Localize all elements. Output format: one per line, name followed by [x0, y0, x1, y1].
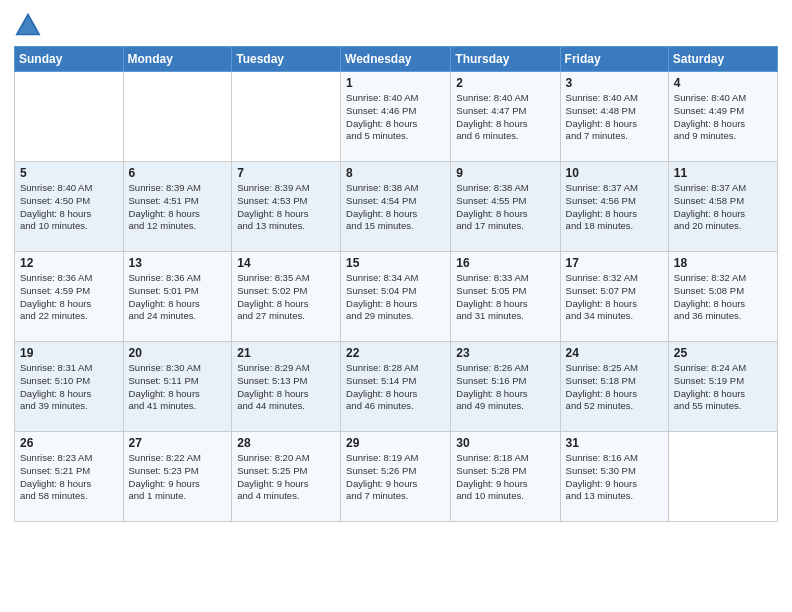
day-cell: 14Sunrise: 8:35 AM Sunset: 5:02 PM Dayli…	[232, 252, 341, 342]
day-info: Sunrise: 8:30 AM Sunset: 5:11 PM Dayligh…	[129, 362, 227, 413]
day-number: 15	[346, 256, 445, 270]
day-info: Sunrise: 8:37 AM Sunset: 4:58 PM Dayligh…	[674, 182, 772, 233]
day-cell: 30Sunrise: 8:18 AM Sunset: 5:28 PM Dayli…	[451, 432, 560, 522]
week-row-3: 12Sunrise: 8:36 AM Sunset: 4:59 PM Dayli…	[15, 252, 778, 342]
day-info: Sunrise: 8:29 AM Sunset: 5:13 PM Dayligh…	[237, 362, 335, 413]
day-cell: 16Sunrise: 8:33 AM Sunset: 5:05 PM Dayli…	[451, 252, 560, 342]
day-info: Sunrise: 8:40 AM Sunset: 4:48 PM Dayligh…	[566, 92, 663, 143]
day-cell: 19Sunrise: 8:31 AM Sunset: 5:10 PM Dayli…	[15, 342, 124, 432]
day-cell: 7Sunrise: 8:39 AM Sunset: 4:53 PM Daylig…	[232, 162, 341, 252]
header-row: SundayMondayTuesdayWednesdayThursdayFrid…	[15, 47, 778, 72]
day-number: 16	[456, 256, 554, 270]
calendar: SundayMondayTuesdayWednesdayThursdayFrid…	[14, 46, 778, 522]
day-info: Sunrise: 8:32 AM Sunset: 5:07 PM Dayligh…	[566, 272, 663, 323]
day-number: 24	[566, 346, 663, 360]
day-cell: 4Sunrise: 8:40 AM Sunset: 4:49 PM Daylig…	[668, 72, 777, 162]
page-container: SundayMondayTuesdayWednesdayThursdayFrid…	[0, 0, 792, 532]
day-cell: 17Sunrise: 8:32 AM Sunset: 5:07 PM Dayli…	[560, 252, 668, 342]
day-info: Sunrise: 8:35 AM Sunset: 5:02 PM Dayligh…	[237, 272, 335, 323]
day-cell: 31Sunrise: 8:16 AM Sunset: 5:30 PM Dayli…	[560, 432, 668, 522]
day-number: 6	[129, 166, 227, 180]
day-number: 28	[237, 436, 335, 450]
day-number: 10	[566, 166, 663, 180]
day-number: 22	[346, 346, 445, 360]
day-info: Sunrise: 8:19 AM Sunset: 5:26 PM Dayligh…	[346, 452, 445, 503]
day-number: 31	[566, 436, 663, 450]
week-row-2: 5Sunrise: 8:40 AM Sunset: 4:50 PM Daylig…	[15, 162, 778, 252]
day-number: 29	[346, 436, 445, 450]
day-cell	[232, 72, 341, 162]
day-cell: 15Sunrise: 8:34 AM Sunset: 5:04 PM Dayli…	[341, 252, 451, 342]
day-cell: 12Sunrise: 8:36 AM Sunset: 4:59 PM Dayli…	[15, 252, 124, 342]
day-number: 23	[456, 346, 554, 360]
day-info: Sunrise: 8:39 AM Sunset: 4:53 PM Dayligh…	[237, 182, 335, 233]
day-info: Sunrise: 8:36 AM Sunset: 5:01 PM Dayligh…	[129, 272, 227, 323]
day-cell: 9Sunrise: 8:38 AM Sunset: 4:55 PM Daylig…	[451, 162, 560, 252]
logo	[14, 10, 46, 38]
day-info: Sunrise: 8:18 AM Sunset: 5:28 PM Dayligh…	[456, 452, 554, 503]
day-number: 27	[129, 436, 227, 450]
day-cell: 21Sunrise: 8:29 AM Sunset: 5:13 PM Dayli…	[232, 342, 341, 432]
week-row-4: 19Sunrise: 8:31 AM Sunset: 5:10 PM Dayli…	[15, 342, 778, 432]
day-number: 30	[456, 436, 554, 450]
day-cell: 11Sunrise: 8:37 AM Sunset: 4:58 PM Dayli…	[668, 162, 777, 252]
day-cell: 13Sunrise: 8:36 AM Sunset: 5:01 PM Dayli…	[123, 252, 232, 342]
day-info: Sunrise: 8:39 AM Sunset: 4:51 PM Dayligh…	[129, 182, 227, 233]
day-info: Sunrise: 8:36 AM Sunset: 4:59 PM Dayligh…	[20, 272, 118, 323]
day-number: 5	[20, 166, 118, 180]
day-cell	[668, 432, 777, 522]
day-number: 20	[129, 346, 227, 360]
day-cell	[123, 72, 232, 162]
logo-icon	[14, 10, 42, 38]
day-header-sunday: Sunday	[15, 47, 124, 72]
day-header-friday: Friday	[560, 47, 668, 72]
day-number: 11	[674, 166, 772, 180]
day-cell: 26Sunrise: 8:23 AM Sunset: 5:21 PM Dayli…	[15, 432, 124, 522]
day-header-saturday: Saturday	[668, 47, 777, 72]
day-info: Sunrise: 8:31 AM Sunset: 5:10 PM Dayligh…	[20, 362, 118, 413]
day-number: 3	[566, 76, 663, 90]
day-info: Sunrise: 8:20 AM Sunset: 5:25 PM Dayligh…	[237, 452, 335, 503]
day-number: 12	[20, 256, 118, 270]
day-info: Sunrise: 8:26 AM Sunset: 5:16 PM Dayligh…	[456, 362, 554, 413]
week-row-5: 26Sunrise: 8:23 AM Sunset: 5:21 PM Dayli…	[15, 432, 778, 522]
day-info: Sunrise: 8:38 AM Sunset: 4:54 PM Dayligh…	[346, 182, 445, 233]
day-number: 21	[237, 346, 335, 360]
day-info: Sunrise: 8:28 AM Sunset: 5:14 PM Dayligh…	[346, 362, 445, 413]
day-cell: 6Sunrise: 8:39 AM Sunset: 4:51 PM Daylig…	[123, 162, 232, 252]
day-cell: 23Sunrise: 8:26 AM Sunset: 5:16 PM Dayli…	[451, 342, 560, 432]
day-number: 8	[346, 166, 445, 180]
day-info: Sunrise: 8:24 AM Sunset: 5:19 PM Dayligh…	[674, 362, 772, 413]
day-info: Sunrise: 8:23 AM Sunset: 5:21 PM Dayligh…	[20, 452, 118, 503]
day-info: Sunrise: 8:38 AM Sunset: 4:55 PM Dayligh…	[456, 182, 554, 233]
day-info: Sunrise: 8:25 AM Sunset: 5:18 PM Dayligh…	[566, 362, 663, 413]
day-info: Sunrise: 8:34 AM Sunset: 5:04 PM Dayligh…	[346, 272, 445, 323]
day-number: 2	[456, 76, 554, 90]
day-number: 9	[456, 166, 554, 180]
day-info: Sunrise: 8:37 AM Sunset: 4:56 PM Dayligh…	[566, 182, 663, 233]
day-cell: 8Sunrise: 8:38 AM Sunset: 4:54 PM Daylig…	[341, 162, 451, 252]
week-row-1: 1Sunrise: 8:40 AM Sunset: 4:46 PM Daylig…	[15, 72, 778, 162]
day-number: 19	[20, 346, 118, 360]
day-cell: 28Sunrise: 8:20 AM Sunset: 5:25 PM Dayli…	[232, 432, 341, 522]
day-number: 17	[566, 256, 663, 270]
day-header-thursday: Thursday	[451, 47, 560, 72]
day-number: 1	[346, 76, 445, 90]
day-cell: 18Sunrise: 8:32 AM Sunset: 5:08 PM Dayli…	[668, 252, 777, 342]
day-cell: 2Sunrise: 8:40 AM Sunset: 4:47 PM Daylig…	[451, 72, 560, 162]
day-info: Sunrise: 8:40 AM Sunset: 4:49 PM Dayligh…	[674, 92, 772, 143]
day-info: Sunrise: 8:22 AM Sunset: 5:23 PM Dayligh…	[129, 452, 227, 503]
day-cell	[15, 72, 124, 162]
day-info: Sunrise: 8:33 AM Sunset: 5:05 PM Dayligh…	[456, 272, 554, 323]
day-cell: 1Sunrise: 8:40 AM Sunset: 4:46 PM Daylig…	[341, 72, 451, 162]
day-info: Sunrise: 8:32 AM Sunset: 5:08 PM Dayligh…	[674, 272, 772, 323]
day-cell: 29Sunrise: 8:19 AM Sunset: 5:26 PM Dayli…	[341, 432, 451, 522]
day-info: Sunrise: 8:16 AM Sunset: 5:30 PM Dayligh…	[566, 452, 663, 503]
day-cell: 24Sunrise: 8:25 AM Sunset: 5:18 PM Dayli…	[560, 342, 668, 432]
day-header-tuesday: Tuesday	[232, 47, 341, 72]
day-info: Sunrise: 8:40 AM Sunset: 4:50 PM Dayligh…	[20, 182, 118, 233]
day-number: 4	[674, 76, 772, 90]
day-cell: 20Sunrise: 8:30 AM Sunset: 5:11 PM Dayli…	[123, 342, 232, 432]
day-info: Sunrise: 8:40 AM Sunset: 4:47 PM Dayligh…	[456, 92, 554, 143]
day-cell: 3Sunrise: 8:40 AM Sunset: 4:48 PM Daylig…	[560, 72, 668, 162]
